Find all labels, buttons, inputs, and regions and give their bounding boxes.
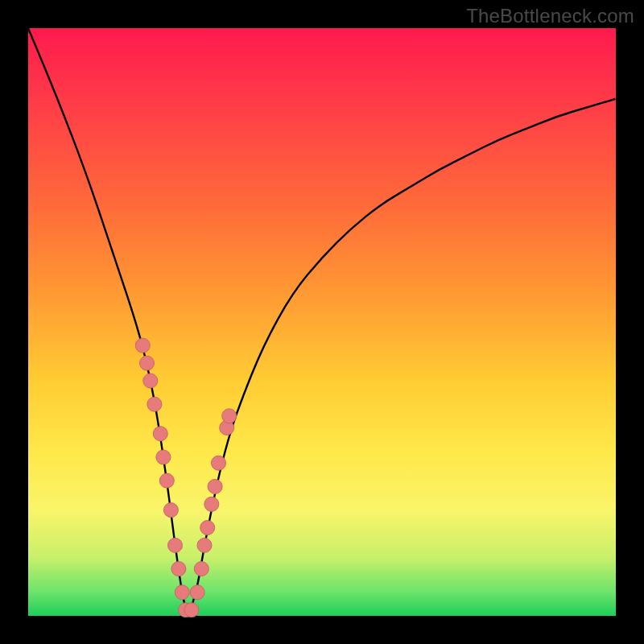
marker-dot	[140, 356, 155, 370]
marker-dot	[200, 521, 215, 535]
marker-dot	[171, 562, 186, 576]
marker-group	[135, 338, 236, 617]
marker-dot	[208, 479, 222, 493]
marker-dot	[163, 503, 178, 518]
watermark-text: TheBottleneck.com	[466, 5, 634, 27]
marker-dot	[147, 397, 162, 411]
marker-dot	[143, 374, 158, 388]
marker-dot	[197, 538, 212, 552]
marker-dot	[222, 409, 237, 423]
chart-frame: TheBottleneck.com	[0, 0, 644, 644]
marker-dot	[212, 456, 226, 470]
marker-dot	[159, 473, 174, 488]
marker-dot	[156, 450, 171, 464]
marker-dot	[153, 427, 167, 441]
bottleneck-curve	[28, 28, 616, 612]
marker-dot	[190, 585, 204, 600]
marker-dot	[135, 338, 150, 353]
marker-dot	[175, 585, 189, 600]
chart-svg	[28, 28, 616, 616]
marker-dot	[204, 497, 219, 511]
marker-dot	[184, 603, 199, 617]
marker-dot	[168, 538, 183, 552]
marker-dot	[194, 562, 208, 576]
